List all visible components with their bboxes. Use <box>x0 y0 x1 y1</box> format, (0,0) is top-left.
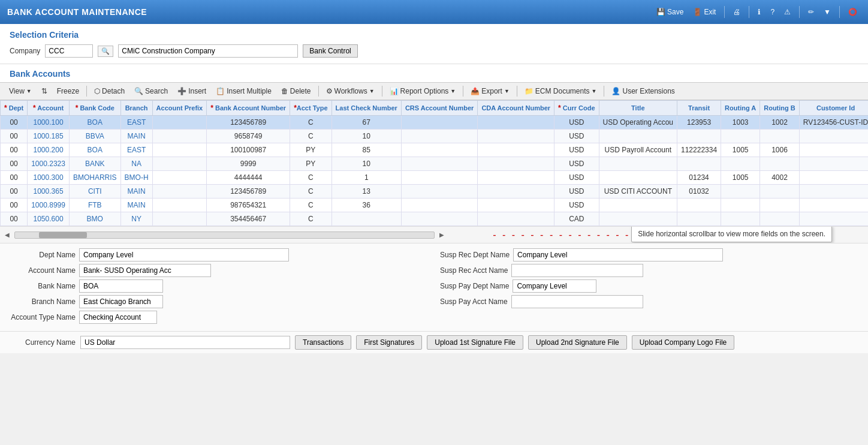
cell-title <box>599 130 677 143</box>
company-code-input[interactable] <box>45 44 93 58</box>
cell-curr_code: USD <box>554 199 599 212</box>
table-row[interactable]: 001000.100BOAEAST123456789C67USDUSD Oper… <box>1 116 869 130</box>
user-extensions-button[interactable]: 👤 User Extensions <box>607 85 679 97</box>
cell-last_check_number: 10 <box>331 130 401 143</box>
bank-control-button[interactable]: Bank Control <box>303 44 357 58</box>
cell-account_prefix <box>152 185 207 199</box>
susp-pay-acct-name-input[interactable] <box>511 295 643 308</box>
cell-account: 1000.365 <box>28 185 70 199</box>
export-button[interactable]: 📤 Export ▼ <box>466 85 514 97</box>
cell-crs_account_number <box>401 143 478 157</box>
search-button[interactable]: 🔍 Search <box>130 85 172 97</box>
dropdown-button[interactable]: ▼ <box>820 5 834 19</box>
cell-routing_b <box>760 212 800 226</box>
account-name-label: Account Name <box>10 266 76 275</box>
upload-1st-signature-button[interactable]: Upload 1st Signature File <box>427 335 523 350</box>
print-button[interactable]: 🖨 <box>730 5 744 19</box>
cell-dept: 00 <box>1 212 28 226</box>
col-last-check-number: Last Check Number <box>331 101 401 116</box>
company-search-button[interactable]: 🔍 <box>98 46 113 57</box>
table-row[interactable]: 001000.365CITIMAIN123456789C13USDUSD CIT… <box>1 185 869 199</box>
table-row[interactable]: 001000.200BOAEAST100100987PY85USDUSD Pay… <box>1 143 869 157</box>
table-row[interactable]: 001050.600BMONY354456467CCAD <box>1 212 869 226</box>
cell-crs_account_number <box>401 199 478 212</box>
cell-routing_a: 1005 <box>721 143 760 157</box>
currency-name-input[interactable] <box>80 336 290 349</box>
header-separator <box>724 6 725 18</box>
delete-button[interactable]: 🗑 Delete <box>277 85 315 97</box>
info-button[interactable]: ℹ <box>754 5 764 19</box>
cell-curr_code: USD <box>554 130 599 143</box>
table-row[interactable]: 001000.8999FTBMAIN987654321C36USD <box>1 199 869 212</box>
cell-customer_id: RV123456-CUST-ID <box>799 116 868 130</box>
cell-routing_a <box>721 130 760 143</box>
exit-button[interactable]: 🚪 Exit <box>689 5 719 19</box>
ecm-documents-button[interactable]: 📁 ECM Documents ▼ <box>520 85 601 97</box>
branch-name-label: Branch Name <box>10 297 76 306</box>
insert-button[interactable]: ➕ Insert <box>173 85 210 97</box>
cell-branch: EAST <box>120 143 152 157</box>
edit-button[interactable]: ✏ <box>804 5 818 19</box>
upload-company-logo-button[interactable]: Upload Company Logo File <box>632 335 734 350</box>
cell-bank_account_number: 4444444 <box>207 171 290 185</box>
first-signatures-button[interactable]: First Signatures <box>356 335 422 350</box>
col-bank-account-number: * Bank Account Number <box>207 101 290 116</box>
bank-accounts-table: * Dept * Account * Bank Code Branch Acco… <box>0 100 868 226</box>
cell-bank_code: BBVA <box>69 130 120 143</box>
cell-curr_code: USD <box>554 157 599 171</box>
cell-bank_code: BOA <box>69 143 120 157</box>
table-row[interactable]: 001000.185BBVAMAIN9658749C10USD <box>1 130 869 143</box>
scroll-left-arrow[interactable]: ◀ <box>5 231 10 238</box>
toolbar-sep-5 <box>517 86 517 97</box>
report-icon: 📊 <box>390 87 399 95</box>
susp-rec-acct-name-input[interactable] <box>511 264 643 277</box>
app-title: BANK ACCOUNT MAINTENANCE <box>7 7 147 17</box>
branch-name-input[interactable] <box>79 295 163 308</box>
report-options-button[interactable]: 📊 Report Options ▼ <box>385 85 460 97</box>
susp-pay-dept-name-input[interactable] <box>513 279 596 293</box>
cell-cda_account_number <box>478 130 554 143</box>
dept-name-input[interactable] <box>79 248 289 261</box>
scroll-track[interactable] <box>14 231 435 239</box>
col-routing-a: Routing A <box>721 101 760 116</box>
column-reorder-button[interactable]: ⇅ <box>37 85 52 97</box>
col-customer-id: Customer Id <box>799 101 868 116</box>
upload-2nd-signature-button[interactable]: Upload 2nd Signature File <box>528 335 627 350</box>
bank-accounts-table-wrapper[interactable]: * Dept * Account * Bank Code Branch Acco… <box>0 100 868 226</box>
col-acct-type: *Acct Type <box>290 101 331 116</box>
account-type-name-input[interactable] <box>79 311 157 324</box>
cell-transit: 01234 <box>677 171 721 185</box>
cell-routing_a <box>721 212 760 226</box>
freeze-button[interactable]: Freeze <box>53 85 83 97</box>
bank-name-input[interactable] <box>79 279 163 293</box>
cell-cda_account_number <box>478 157 554 171</box>
table-row[interactable]: 001000.2323BANKNA9999PY10USD <box>1 157 869 171</box>
circle-button[interactable]: ⭕ <box>845 5 861 19</box>
insert-multiple-icon: 📋 <box>216 87 225 95</box>
save-button[interactable]: 💾 Save <box>653 5 687 19</box>
insert-multiple-button[interactable]: 📋 Insert Multiple <box>212 85 276 97</box>
cell-acct_type: C <box>290 130 331 143</box>
account-type-name-row: Account Type Name <box>10 311 428 324</box>
account-name-input[interactable] <box>79 264 211 277</box>
cell-customer_id <box>799 185 868 199</box>
view-button[interactable]: View ▼ <box>5 85 36 97</box>
workflows-button[interactable]: ⚙ Workflows ▼ <box>322 85 379 97</box>
cell-last_check_number: 36 <box>331 199 401 212</box>
transactions-button[interactable]: Transactions <box>295 335 351 350</box>
form-left-column: Dept Name Account Name Bank Name Branch … <box>10 248 428 326</box>
scroll-hint-row: ◀ ▶ - - - - - - - - - - - - - - - - - - … <box>0 226 868 243</box>
cell-account_prefix <box>152 143 207 157</box>
cell-crs_account_number <box>401 157 478 171</box>
help-button[interactable]: ? <box>767 5 778 19</box>
cell-title: USD CITI ACCOUNT <box>599 185 677 199</box>
susp-rec-dept-name-input[interactable] <box>513 248 723 261</box>
table-body: 001000.100BOAEAST123456789C67USDUSD Oper… <box>1 116 869 226</box>
ecm-icon: 📁 <box>525 87 534 95</box>
detach-button[interactable]: ⬡ Detach <box>90 85 129 97</box>
scroll-right-arrow[interactable]: ▶ <box>439 231 444 238</box>
cell-last_check_number <box>331 212 401 226</box>
alert-button[interactable]: ⚠ <box>780 5 794 19</box>
table-row[interactable]: 001000.300BMOHARRISBMO-H4444444C1USD0123… <box>1 171 869 185</box>
company-label: Company <box>10 47 40 55</box>
